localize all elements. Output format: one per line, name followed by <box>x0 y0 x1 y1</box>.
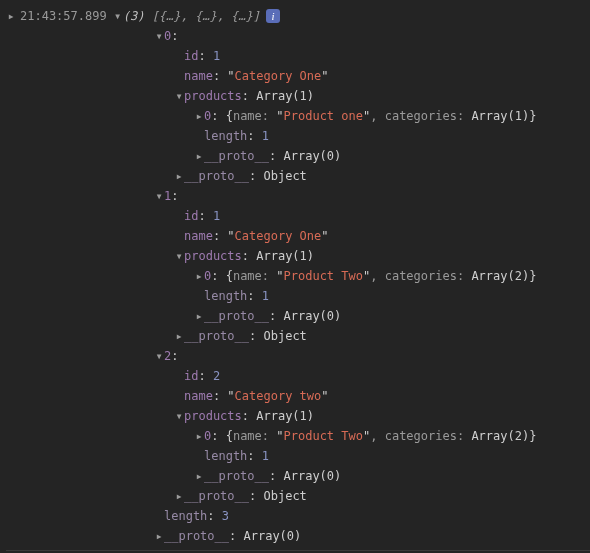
prop-row[interactable]: products: Array(1) <box>6 246 590 266</box>
inner-item-row[interactable]: 0: {name: "Product Two", categories: Arr… <box>6 426 590 446</box>
prop-key: products <box>184 86 242 106</box>
prop-value: Object <box>263 166 306 186</box>
prop-key: name <box>184 66 213 86</box>
inner-index: 0 <box>204 106 211 126</box>
prop-value: 1 <box>262 126 269 146</box>
prop-row[interactable]: __proto__: Object <box>6 326 590 346</box>
prop-value: Object <box>263 486 306 506</box>
array-index: 0 <box>164 26 171 46</box>
prop-row[interactable]: name: "Category two" <box>6 386 590 406</box>
chevron-right-icon[interactable] <box>194 306 204 326</box>
inner-key: categories <box>385 266 457 286</box>
chevron-down-icon[interactable] <box>174 246 184 266</box>
chevron-right-icon[interactable] <box>154 526 164 546</box>
prop-value: 2 <box>213 366 220 386</box>
prop-row[interactable]: __proto__: Object <box>6 166 590 186</box>
prop-row[interactable]: length: 1 <box>6 446 590 466</box>
prop-value: Category One <box>235 66 322 86</box>
prop-row[interactable]: __proto__: Array(0) <box>6 146 590 166</box>
chevron-down-icon[interactable] <box>154 346 164 366</box>
info-icon[interactable]: i <box>266 9 280 23</box>
prop-row[interactable]: length: 1 <box>6 286 590 306</box>
chevron-right-icon[interactable] <box>174 486 184 506</box>
inner-cats: Array(2) <box>471 266 529 286</box>
separator <box>6 550 590 551</box>
prop-key: products <box>184 406 242 426</box>
prop-value: Array(0) <box>243 526 301 546</box>
chevron-right-icon[interactable] <box>194 466 204 486</box>
prop-row[interactable]: __proto__: Array(0) <box>6 306 590 326</box>
inner-key: name <box>233 266 262 286</box>
log-entry[interactable]: 21:43:57.899 (3) [{…}, {…}, {…}] i <box>6 6 590 26</box>
chevron-right-icon <box>6 6 16 26</box>
prop-row[interactable]: __proto__: Array(0) <box>6 466 590 486</box>
inner-item-row[interactable]: 0: {name: "Product Two", categories: Arr… <box>6 266 590 286</box>
prop-key: __proto__ <box>204 466 269 486</box>
prop-row[interactable]: id: 2 <box>6 366 590 386</box>
array-item-header[interactable]: 0: <box>6 26 590 46</box>
array-item-header[interactable]: 2: <box>6 346 590 366</box>
inner-key: categories <box>385 426 457 446</box>
timestamp: 21:43:57.899 <box>20 6 107 26</box>
prop-row[interactable]: products: Array(1) <box>6 86 590 106</box>
prop-value: Array(0) <box>283 146 341 166</box>
chevron-down-icon[interactable] <box>113 6 123 26</box>
prop-key: id <box>184 206 198 226</box>
inner-index: 0 <box>204 426 211 446</box>
prop-row[interactable]: id: 1 <box>6 206 590 226</box>
chevron-right-icon[interactable] <box>194 266 204 286</box>
chevron-down-icon[interactable] <box>154 26 164 46</box>
prop-row[interactable]: length: 3 <box>6 506 590 526</box>
prop-key: __proto__ <box>204 146 269 166</box>
inner-cats: Array(1) <box>471 106 529 126</box>
inner-key: categories <box>385 106 457 126</box>
prop-key: length <box>204 286 247 306</box>
prop-row[interactable]: name: "Category One" <box>6 66 590 86</box>
prop-value: Array(0) <box>283 306 341 326</box>
prop-key: __proto__ <box>184 486 249 506</box>
prop-row[interactable]: length: 1 <box>6 126 590 146</box>
prop-key: name <box>184 226 213 246</box>
inner-item-row[interactable]: 0: {name: "Product one", categories: Arr… <box>6 106 590 126</box>
inner-name: Product Two <box>284 426 363 446</box>
prop-row[interactable]: name: "Category One" <box>6 226 590 246</box>
prop-row[interactable]: id: 1 <box>6 46 590 66</box>
prop-key: products <box>184 246 242 266</box>
array-index: 1 <box>164 186 171 206</box>
chevron-right-icon[interactable] <box>194 106 204 126</box>
array-item-header[interactable]: 1: <box>6 186 590 206</box>
chevron-right-icon[interactable] <box>194 426 204 446</box>
chevron-right-icon[interactable] <box>174 326 184 346</box>
prop-value: Object <box>263 326 306 346</box>
prop-key: __proto__ <box>164 526 229 546</box>
prop-key: __proto__ <box>184 166 249 186</box>
array-preview: [{…}, {…}, {…}] <box>152 6 260 26</box>
prop-value: Array(1) <box>256 246 314 266</box>
chevron-down-icon[interactable] <box>154 186 164 206</box>
chevron-right-icon[interactable] <box>194 146 204 166</box>
prop-value: Array(0) <box>283 466 341 486</box>
prop-key: length <box>204 126 247 146</box>
prop-row[interactable]: products: Array(1) <box>6 406 590 426</box>
inner-cats: Array(2) <box>471 426 529 446</box>
prop-value: 1 <box>213 206 220 226</box>
prop-value: 1 <box>213 46 220 66</box>
prop-key: id <box>184 366 198 386</box>
chevron-right-icon[interactable] <box>174 166 184 186</box>
array-count: (3) <box>123 6 145 26</box>
prop-row[interactable]: __proto__: Array(0) <box>6 526 590 546</box>
inner-name: Product Two <box>284 266 363 286</box>
array-index: 2 <box>164 346 171 366</box>
chevron-down-icon[interactable] <box>174 86 184 106</box>
prop-key: __proto__ <box>204 306 269 326</box>
prop-row[interactable]: __proto__: Object <box>6 486 590 506</box>
prop-value: 1 <box>262 446 269 466</box>
inner-name: Product one <box>284 106 363 126</box>
prop-value: Array(1) <box>256 86 314 106</box>
prop-value: Array(1) <box>256 406 314 426</box>
prop-value: 3 <box>222 506 229 526</box>
console-panel: 21:43:57.899 (3) [{…}, {…}, {…}] i 0: id… <box>0 0 590 553</box>
prop-key: id <box>184 46 198 66</box>
chevron-down-icon[interactable] <box>174 406 184 426</box>
prop-value: Category two <box>235 386 322 406</box>
